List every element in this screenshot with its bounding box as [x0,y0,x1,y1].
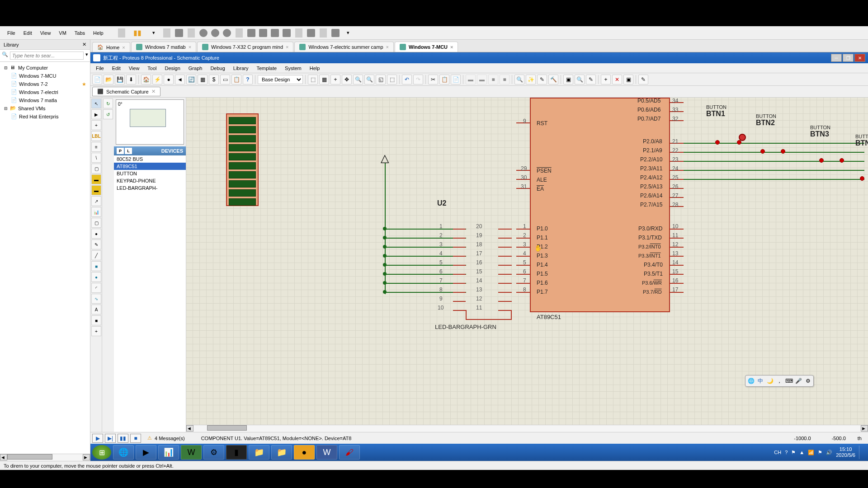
scroll-right-icon[interactable]: ► [83,454,90,460]
task-app3[interactable]: ● [294,445,315,460]
menu-tool[interactable]: Tool [144,65,160,72]
lib-button[interactable]: L [125,148,132,154]
align4-button[interactable]: ■ [500,75,509,84]
line-tool[interactable]: ╱ [91,250,101,260]
zoomall-button[interactable]: ◱ [376,75,386,84]
fit1-icon[interactable] [247,29,255,37]
close-library-icon[interactable]: ✕ [82,42,86,47]
canvas[interactable]: △ U2 [186,98,868,432]
close-subtab-icon[interactable]: ✕ [151,89,156,94]
clock3-icon[interactable] [223,29,231,37]
cut-button[interactable]: ✂ [428,75,438,84]
tool2-button[interactable]: ● [164,75,174,84]
device-bargraph[interactable]: LED-BARGRAPH- [114,184,186,192]
ft-comma-icon[interactable]: ， [775,377,783,385]
tool-a-button[interactable]: ▣ [563,75,573,84]
save-button[interactable]: 💾 [115,75,125,84]
device-list[interactable]: 80C52 BUS AT89C51 BUTTON KEYPAD-PHONE LE… [114,155,186,432]
menu-system[interactable]: System [281,65,305,72]
redo-button[interactable]: ↷ [413,75,423,84]
task-app2[interactable]: 📁 [271,445,292,460]
zoomout-button[interactable]: 🔍 [364,75,374,84]
task-cmd[interactable]: ▮ [226,445,247,460]
tree-my-computer[interactable]: ⊟ 🖥 My Computer [2,64,88,72]
label-tool[interactable]: LBL [91,131,101,141]
origin-button[interactable]: + [330,75,340,84]
language-indicator[interactable]: CH [774,450,781,455]
tab-cprogram[interactable]: Windows 7-X32 C program mind× [197,42,293,52]
menu-help[interactable]: Help [306,65,324,72]
graph-tool[interactable]: ↗ [91,196,101,206]
text2-tool[interactable]: A [91,305,101,314]
stop-button[interactable]: ■ [130,434,141,443]
fit3-icon[interactable] [271,29,279,37]
h-scrollbar[interactable] [193,425,861,432]
tool6-button[interactable]: $ [209,75,219,84]
open-button[interactable]: 📂 [104,75,113,84]
marker-tool[interactable]: + [91,326,101,336]
instrument-tool[interactable]: ✎ [91,239,101,249]
pause-icon[interactable]: ▮▮ [130,27,145,39]
tool-c-button[interactable]: ✎ [586,75,596,84]
show-desktop-button[interactable] [859,446,863,459]
task-app1[interactable]: ⚙ [203,445,224,460]
close-tab-icon[interactable]: × [189,44,191,50]
tab-mcu[interactable]: Windows 7-MCU× [395,42,458,52]
tab-electric[interactable]: Windows 7-electric summer camp× [294,42,393,52]
subcircuit-tool[interactable]: ▢ [91,164,101,174]
align2-button[interactable]: ▬ [477,75,487,84]
symbol-tool[interactable]: ■ [91,315,101,325]
unity-icon[interactable] [331,29,340,37]
schematic-tab[interactable]: ⬛ Schematic Capture ✕ [92,87,160,96]
text-tool[interactable]: ≡ [91,142,101,152]
menu-file[interactable]: File [92,65,108,72]
close-tab-icon[interactable]: × [450,44,453,50]
tab-matlab[interactable]: Windows 7 matlab× [131,42,196,52]
tray-up-icon[interactable]: ▲ [799,450,804,455]
minimize-button[interactable]: ─ [831,54,842,62]
zoomin-button[interactable]: 🔍 [353,75,363,84]
ft-ime-lang[interactable]: 中 [756,377,764,385]
pin-tool[interactable]: ▬ [91,185,101,195]
selection-tool[interactable]: ↖ [91,99,101,108]
undo-button[interactable]: ↶ [402,75,412,84]
tool7-button[interactable]: ▭ [220,75,230,84]
close-tab-icon[interactable]: × [386,44,389,50]
ft-globe-icon[interactable]: 🌐 [747,377,755,385]
menu-graph[interactable]: Graph [185,65,206,72]
task-app5[interactable]: 🖌 [339,445,360,460]
clock[interactable]: 15:10 2020/5/6 [836,446,855,458]
paste-button[interactable]: 📄 [451,75,461,84]
maximize-button[interactable]: ❐ [843,54,854,62]
menu-design[interactable]: Design [161,65,184,72]
task-excel[interactable]: 📊 [158,445,179,460]
grid1-button[interactable]: ⬚ [308,75,318,84]
tool-e-button[interactable]: ✕ [612,75,622,84]
close-tab-icon[interactable]: × [122,45,125,50]
menu-view[interactable]: View [125,65,143,72]
tray-action-icon[interactable]: ⚑ [818,450,822,455]
tool3-button[interactable]: ◄ [175,75,185,84]
search-dropdown-icon[interactable]: ▾ [85,52,88,60]
fit4-icon[interactable] [283,29,291,37]
scroll-left-icon[interactable]: ◄ [0,454,7,460]
fullscreen-icon[interactable] [307,29,315,37]
tree-vm-mcu[interactable]: 📄Windows 7-MCU [9,72,88,80]
find-button[interactable]: 🔍 [514,75,524,84]
vm-menu-help[interactable]: Help [90,28,107,38]
copy-button[interactable]: 📋 [439,75,449,84]
menu-template[interactable]: Template [253,65,280,72]
import-button[interactable]: ⬇ [126,75,136,84]
rotate-ccw-button[interactable]: ↺ [103,109,113,119]
arc-tool[interactable]: ◜ [91,283,101,293]
tray-help-icon[interactable]: ? [785,450,788,455]
task-ie[interactable]: 🌐 [113,445,134,460]
device-keypad[interactable]: KEYPAD-PHONE [114,177,186,184]
tool-d-button[interactable]: + [601,75,611,84]
tool-b-button[interactable]: 🔍 [575,75,585,84]
device-at89c51[interactable]: AT89C51 [114,163,186,170]
menu-debug[interactable]: Debug [207,65,228,72]
tree-shared-vms[interactable]: ⊟ 📂 Shared VMs [2,104,88,113]
search-input[interactable] [10,52,84,60]
device-80c52[interactable]: 80C52 BUS [114,155,186,163]
